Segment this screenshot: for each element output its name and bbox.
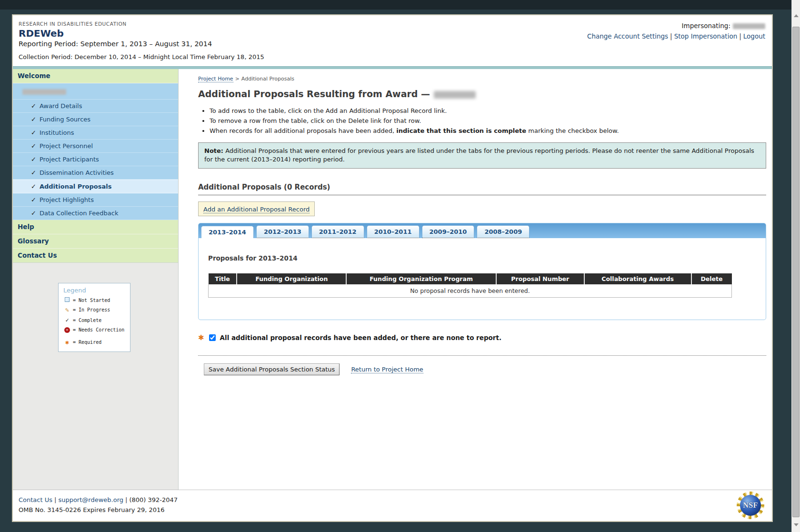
complete-check-icon: ✓ bbox=[31, 210, 36, 217]
column-collaborating-awards: Collaborating Awards bbox=[584, 273, 691, 284]
browser-top-strip bbox=[0, 0, 791, 10]
complete-check-icon: ✓ bbox=[31, 156, 36, 163]
sidebar-item-label: Data Collection Feedback bbox=[40, 210, 119, 217]
action-row: Save Additional Proposals Section Status… bbox=[204, 363, 766, 375]
complete-check-icon: ✓ bbox=[31, 196, 36, 203]
page-title: Additional Proposals Resulting from Awar… bbox=[198, 89, 766, 99]
proposals-table: Title Funding Organization Funding Organ… bbox=[208, 273, 732, 298]
nsf-globe-icon: NSF bbox=[740, 495, 761, 516]
sidebar-item-dissemination-activities[interactable]: ✓Dissemination Activities bbox=[13, 166, 178, 180]
column-funding-organization-program: Funding Organization Program bbox=[346, 273, 496, 284]
legend-label: Required bbox=[79, 340, 101, 345]
column-title: Title bbox=[209, 273, 237, 284]
check-icon: ✓ bbox=[63, 317, 71, 323]
sidebar-item-project-participants[interactable]: ✓Project Participants bbox=[13, 153, 178, 166]
add-additional-proposal-record-link[interactable]: Add an Additional Proposal Record bbox=[203, 206, 310, 213]
complete-check-icon: ✓ bbox=[31, 116, 36, 123]
scrollbar[interactable] bbox=[791, 0, 800, 532]
instruction-item: To remove a row from the table, click on… bbox=[210, 117, 766, 126]
tab-2011-2012[interactable]: 2011–2012 bbox=[311, 225, 364, 238]
app-title: RDEWeb bbox=[19, 28, 264, 39]
scrollbar-thumb[interactable] bbox=[792, 27, 800, 517]
tab-2010-2011[interactable]: 2010–2011 bbox=[367, 225, 420, 238]
scrollbar-down-arrow[interactable] bbox=[794, 523, 799, 526]
sidebar-item-label: Award Details bbox=[40, 102, 82, 110]
legend-label: Needs Correction bbox=[79, 327, 124, 332]
not-started-icon bbox=[63, 297, 71, 303]
sidebar-item-glossary[interactable]: Glossary bbox=[13, 234, 178, 249]
sidebar-item-project-highlights[interactable]: ✓Project Highlights bbox=[13, 193, 178, 207]
sidebar-item-help[interactable]: Help bbox=[13, 220, 178, 234]
column-delete: Delete bbox=[691, 273, 732, 284]
needs-correction-icon: ✕ bbox=[63, 327, 71, 333]
header-branding: RESEARCH IN DISABILITIES EDUCATION RDEWe… bbox=[19, 21, 264, 60]
footer-email-link[interactable]: support@rdeweb.org bbox=[58, 496, 123, 503]
legend-item-needs-correction: ✕ = Needs Correction bbox=[63, 327, 125, 333]
tab-strip: 2013–2014 2012–2013 2011–2012 2010–2011 … bbox=[199, 223, 766, 238]
scrollbar-up-arrow[interactable] bbox=[794, 14, 799, 17]
collection-period: Collection Period: December 10, 2014 – M… bbox=[19, 53, 264, 60]
breadcrumb: Project Home>Additional Proposals bbox=[198, 76, 766, 82]
sidebar-item-project-personnel[interactable]: ✓Project Personnel bbox=[13, 140, 178, 153]
tab-2008-2009[interactable]: 2008–2009 bbox=[477, 225, 530, 238]
tab-panel: Proposals for 2013–2014 Title Funding Or… bbox=[199, 238, 766, 320]
redacted-award-number bbox=[22, 89, 66, 95]
nsf-logo: NSF bbox=[737, 492, 764, 519]
sidebar-item-label: Dissemination Activities bbox=[40, 169, 114, 176]
complete-check-icon: ✓ bbox=[31, 169, 36, 176]
sidebar-item-award-details[interactable]: ✓Award Details bbox=[13, 100, 178, 113]
account-links: Change Account Settings|Stop Impersonati… bbox=[587, 32, 765, 40]
save-section-status-button[interactable]: Save Additional Proposals Section Status bbox=[204, 363, 340, 375]
impersonating-line: Impersonating: bbox=[587, 22, 765, 30]
sidebar-item-label: Additional Proposals bbox=[40, 183, 112, 190]
logout-link[interactable]: Logout bbox=[743, 32, 765, 40]
sidebar-item-funding-sources[interactable]: ✓Funding Sources bbox=[13, 113, 178, 126]
footer-contact-line: Contact Us|support@rdeweb.org|(800) 392-… bbox=[19, 495, 765, 505]
column-funding-organization: Funding Organization bbox=[237, 273, 346, 284]
sidebar-item-welcome[interactable]: Welcome bbox=[13, 69, 178, 83]
legend-item-in-progress: ✎ = In Progress bbox=[63, 306, 125, 313]
sidebar-item-award-number[interactable] bbox=[13, 83, 178, 100]
sidebar-item-label: Funding Sources bbox=[40, 116, 90, 123]
user-bar: Impersonating: Change Account Settings|S… bbox=[587, 21, 765, 60]
sidebar-item-data-collection-feedback[interactable]: ✓Data Collection Feedback bbox=[13, 207, 178, 220]
add-record-box: Add an Additional Proposal Record bbox=[198, 201, 315, 216]
empty-table-message: No proposal records have been entered. bbox=[209, 284, 732, 298]
panel-heading: Proposals for 2013–2014 bbox=[208, 254, 755, 262]
change-account-settings-link[interactable]: Change Account Settings bbox=[587, 32, 668, 40]
tab-2009-2010[interactable]: 2009–2010 bbox=[422, 225, 475, 238]
instructions-list: To add rows to the table, click on the A… bbox=[210, 107, 766, 136]
note-text: Additional Proposals that were entered f… bbox=[204, 147, 754, 163]
reporting-period-tabs-widget: 2013–2014 2012–2013 2011–2012 2010–2011 … bbox=[198, 223, 766, 320]
complete-check-icon: ✓ bbox=[31, 102, 36, 110]
section-complete-checkbox[interactable] bbox=[209, 334, 216, 341]
sidebar-item-label: Project Highlights bbox=[40, 196, 94, 203]
table-header-row: Title Funding Organization Funding Organ… bbox=[209, 273, 732, 284]
footer-phone: (800) 392-2047 bbox=[129, 496, 178, 503]
page-card: RESEARCH IN DISABILITIES EDUCATION RDEWe… bbox=[12, 14, 773, 522]
note-box: Note: Additional Proposals that were ent… bbox=[198, 142, 766, 169]
stop-impersonation-link[interactable]: Stop Impersonation bbox=[674, 32, 738, 40]
separator: | bbox=[670, 32, 672, 40]
tab-2012-2013[interactable]: 2012–2013 bbox=[256, 225, 309, 238]
reporting-period: Reporting Period: September 1, 2013 – Au… bbox=[19, 40, 264, 48]
sidebar-item-institutions[interactable]: ✓Institutions bbox=[13, 126, 178, 140]
legend-box: Legend = Not Started ✎ = In Progress ✓ = bbox=[58, 283, 130, 352]
section-complete-label: All additional proposal records have bee… bbox=[220, 334, 502, 341]
instruction-item: To add rows to the table, click on the A… bbox=[210, 107, 766, 116]
instruction-item: When records for all additional proposal… bbox=[210, 127, 766, 136]
legend-label: In Progress bbox=[79, 307, 110, 312]
footer-contact-us-link[interactable]: Contact Us bbox=[19, 496, 52, 503]
sidebar-item-contact-us[interactable]: Contact Us bbox=[13, 249, 178, 263]
breadcrumb-project-home-link[interactable]: Project Home bbox=[198, 76, 233, 82]
sidebar-item-additional-proposals[interactable]: ✓Additional Proposals bbox=[13, 180, 178, 193]
page-header: RESEARCH IN DISABILITIES EDUCATION RDEWe… bbox=[13, 15, 772, 66]
legend-item-not-started: = Not Started bbox=[63, 297, 125, 303]
return-to-project-home-link[interactable]: Return to Project Home bbox=[351, 366, 423, 373]
column-proposal-number: Proposal Number bbox=[496, 273, 584, 284]
legend-label: Complete bbox=[79, 318, 101, 323]
impersonating-label: Impersonating: bbox=[682, 22, 730, 30]
page-footer: Contact Us|support@rdeweb.org|(800) 392-… bbox=[13, 490, 772, 521]
separator: | bbox=[739, 32, 741, 40]
tab-2013-2014[interactable]: 2013–2014 bbox=[201, 226, 254, 238]
